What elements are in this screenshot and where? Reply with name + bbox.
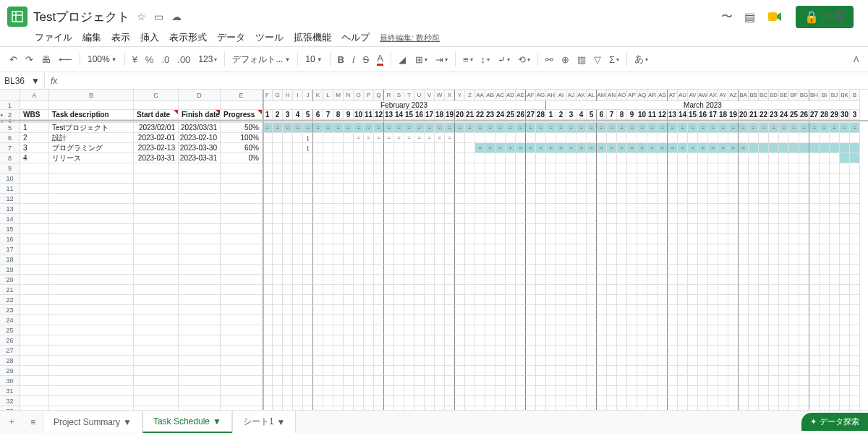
gantt-cell[interactable]: [414, 153, 425, 163]
gantt-cell[interactable]: [475, 133, 485, 143]
gantt-cell[interactable]: [435, 123, 445, 133]
gantt-cell[interactable]: [384, 123, 394, 133]
gantt-cell[interactable]: [739, 133, 749, 143]
col-A[interactable]: A: [20, 90, 49, 101]
gantt-cell[interactable]: [647, 133, 658, 143]
gantt-cell[interactable]: [506, 133, 516, 143]
gantt-cell[interactable]: [688, 133, 698, 143]
share-button[interactable]: 🔒共有: [796, 6, 854, 28]
gantt-cell[interactable]: [607, 153, 617, 163]
gantt-cell[interactable]: [293, 133, 303, 143]
col-BK[interactable]: BK: [840, 90, 850, 101]
gantt-cell[interactable]: [344, 153, 354, 163]
gantt-cell[interactable]: [445, 133, 455, 143]
zoom-select[interactable]: 100%▼: [84, 51, 121, 67]
gantt-cell[interactable]: [506, 153, 516, 163]
gantt-cell[interactable]: [445, 123, 455, 133]
gantt-cell[interactable]: [607, 143, 617, 153]
row-16[interactable]: 16: [0, 234, 20, 244]
gantt-cell[interactable]: [273, 143, 283, 153]
gantt-cell[interactable]: [556, 153, 566, 163]
gantt-cell[interactable]: [799, 153, 809, 163]
gantt-cell[interactable]: [414, 123, 425, 133]
gantt-cell[interactable]: [354, 153, 364, 163]
wbs-cell[interactable]: 2: [20, 133, 49, 143]
col-M[interactable]: M: [333, 90, 344, 101]
gantt-cell[interactable]: [698, 133, 708, 143]
gantt-cell[interactable]: [698, 123, 708, 133]
wbs-cell[interactable]: 3: [20, 143, 49, 153]
gantt-cell[interactable]: [769, 153, 779, 163]
row-19[interactable]: 19: [0, 265, 20, 275]
menu-data[interactable]: データ: [217, 32, 245, 44]
col-T[interactable]: T: [404, 90, 414, 101]
gantt-cell[interactable]: [789, 123, 799, 133]
col-AY[interactable]: AY: [718, 90, 728, 101]
row-11[interactable]: 11: [0, 184, 20, 194]
col-L[interactable]: L: [323, 90, 333, 101]
gantt-cell[interactable]: [850, 133, 860, 143]
gantt-cell[interactable]: [769, 133, 779, 143]
start-cell[interactable]: 2023-02-01: [134, 133, 179, 143]
row-22[interactable]: 22: [0, 295, 20, 305]
gantt-cell[interactable]: [769, 123, 779, 133]
gantt-cell[interactable]: [789, 153, 799, 163]
col-AC[interactable]: AC: [495, 90, 506, 101]
valign-button[interactable]: ↕▾: [477, 51, 494, 68]
gantt-cell[interactable]: [323, 123, 333, 133]
task-cell[interactable]: リリース: [49, 153, 134, 163]
col-BD[interactable]: BD: [769, 90, 779, 101]
gantt-cell[interactable]: [425, 123, 435, 133]
gantt-cell[interactable]: [779, 143, 789, 153]
gantt-cell[interactable]: [293, 123, 303, 133]
col-R[interactable]: R: [384, 90, 394, 101]
text-color-button[interactable]: A: [373, 50, 387, 69]
col-BG[interactable]: BG: [799, 90, 809, 101]
percent-button[interactable]: %: [142, 51, 158, 68]
gantt-cell[interactable]: [607, 133, 617, 143]
gantt-cell[interactable]: [799, 143, 809, 153]
gantt-cell[interactable]: [566, 153, 576, 163]
gantt-cell[interactable]: [333, 133, 344, 143]
col-AI[interactable]: AI: [556, 90, 566, 101]
gantt-cell[interactable]: [597, 133, 607, 143]
month-feb[interactable]: February 2023: [263, 101, 546, 110]
col-I[interactable]: I: [293, 90, 303, 101]
col-O[interactable]: O: [354, 90, 364, 101]
gantt-cell[interactable]: [830, 153, 840, 163]
finish-cell[interactable]: 2023/03/31: [179, 123, 221, 133]
gantt-cell[interactable]: [820, 133, 830, 143]
col-AE[interactable]: AE: [516, 90, 526, 101]
gantt-cell[interactable]: [840, 153, 850, 163]
gantt-cell[interactable]: [637, 123, 647, 133]
row-1[interactable]: 1: [0, 101, 20, 110]
gantt-cell[interactable]: [455, 153, 465, 163]
row-17[interactable]: 17: [0, 244, 20, 254]
gantt-cell[interactable]: [495, 133, 506, 143]
app-logo[interactable]: [7, 7, 27, 27]
paint-format-button[interactable]: ⟵: [55, 51, 76, 68]
col-AJ[interactable]: AJ: [566, 90, 576, 101]
gantt-cell[interactable]: [749, 153, 759, 163]
gantt-cell[interactable]: [759, 153, 769, 163]
gantt-cell[interactable]: [425, 153, 435, 163]
input-tools-button[interactable]: あ▾: [631, 50, 652, 69]
col-AS[interactable]: AS: [658, 90, 668, 101]
finish-cell[interactable]: 2023-03-31: [179, 153, 221, 163]
col-AH[interactable]: AH: [546, 90, 556, 101]
gantt-cell[interactable]: [850, 123, 860, 133]
gantt-cell[interactable]: [526, 123, 536, 133]
month-mar[interactable]: March 2023: [546, 101, 860, 110]
row-14[interactable]: 14: [0, 214, 20, 224]
task-cell[interactable]: 設計: [49, 133, 134, 143]
gantt-cell[interactable]: [263, 153, 273, 163]
col-BC[interactable]: BC: [759, 90, 769, 101]
gantt-cell[interactable]: [789, 143, 799, 153]
merge-button[interactable]: ⇥▾: [432, 51, 451, 68]
gantt-cell[interactable]: [445, 153, 455, 163]
gantt-cell[interactable]: [668, 143, 678, 153]
gantt-cell[interactable]: [637, 153, 647, 163]
start-cell[interactable]: 2023-02-13: [134, 143, 179, 153]
gantt-cell[interactable]: [739, 153, 749, 163]
gantt-cell[interactable]: [374, 123, 384, 133]
